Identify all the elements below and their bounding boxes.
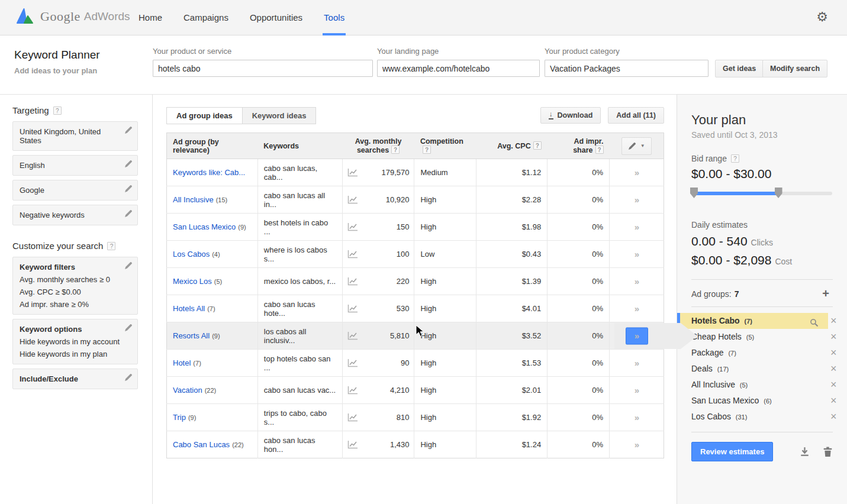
help-icon[interactable]: ?: [731, 154, 739, 163]
adgroup-link[interactable]: Trip: [173, 413, 186, 422]
tab-ad-group-ideas[interactable]: Ad group ideas: [166, 107, 243, 124]
remove-item-icon[interactable]: ×: [830, 345, 837, 361]
help-icon[interactable]: ?: [423, 146, 431, 154]
download-button[interactable]: ↓ Download: [540, 107, 601, 124]
col-ad-group[interactable]: Ad group (by relevance): [167, 133, 258, 159]
plan-ad-group-item[interactable]: Deals (17) ×: [677, 361, 847, 377]
keywords-cell: mexico los cabos, r...: [257, 268, 342, 295]
add-to-plan-button[interactable]: »: [635, 167, 639, 177]
nav-item-home[interactable]: Home: [139, 0, 162, 35]
remove-item-icon[interactable]: ×: [830, 329, 837, 345]
adgroup-link[interactable]: Vacation: [173, 386, 202, 395]
edit-pencil-icon[interactable]: [124, 261, 133, 270]
adgroup-link[interactable]: San Lucas Mexico: [173, 222, 236, 231]
trend-chart-icon[interactable]: [347, 386, 358, 395]
adgroup-link[interactable]: Mexico Los: [173, 277, 212, 286]
targeting-card[interactable]: Negative keywords: [12, 205, 138, 225]
add-to-plan-button[interactable]: »: [635, 412, 639, 422]
adwords-logo[interactable]: Google AdWords: [17, 8, 130, 24]
trend-chart-icon[interactable]: [347, 440, 358, 449]
nav-item-tools[interactable]: Tools: [324, 0, 344, 35]
add-to-plan-button[interactable]: »: [635, 358, 639, 368]
col-avg-cpc[interactable]: Avg. CPC?: [476, 133, 548, 159]
get-ideas-button[interactable]: Get ideas: [715, 60, 764, 77]
remove-item-icon[interactable]: ×: [830, 313, 837, 329]
add-to-plan-button[interactable]: »: [635, 276, 639, 286]
customize-card[interactable]: Include/Exclude: [12, 369, 138, 389]
category-input[interactable]: [545, 60, 708, 77]
targeting-card[interactable]: United Kingdom, United States: [12, 121, 138, 151]
edit-pencil-icon[interactable]: [124, 126, 133, 134]
search-icon[interactable]: [810, 316, 819, 325]
trend-chart-icon[interactable]: [347, 331, 358, 340]
trend-chart-icon[interactable]: [347, 358, 358, 367]
plan-ad-group-item[interactable]: Package (7) ×: [677, 345, 847, 361]
edit-pencil-icon[interactable]: [124, 324, 133, 332]
product-input[interactable]: [153, 60, 373, 77]
trend-chart-icon[interactable]: [347, 168, 358, 177]
customize-card[interactable]: Keyword filters Avg. monthly searches ≥ …: [12, 257, 138, 315]
edit-pencil-icon[interactable]: [124, 185, 133, 193]
col-ad-impr-share[interactable]: Ad impr. share?: [548, 133, 610, 159]
help-icon[interactable]: ?: [53, 106, 62, 115]
remove-item-icon[interactable]: ×: [830, 377, 837, 393]
add-to-plan-button[interactable]: »: [635, 195, 639, 205]
trend-chart-icon[interactable]: [347, 277, 358, 286]
trash-icon[interactable]: [823, 447, 833, 457]
trend-chart-icon[interactable]: [347, 250, 358, 259]
targeting-card[interactable]: English: [12, 155, 138, 176]
adgroup-link[interactable]: Resorts All: [173, 331, 210, 340]
col-avg-monthly-searches[interactable]: Avg. monthly searches?: [342, 133, 414, 159]
targeting-card[interactable]: Google: [12, 180, 138, 201]
add-to-plan-button[interactable]: »: [626, 327, 648, 344]
add-to-plan-button[interactable]: »: [635, 222, 639, 232]
add-all-button[interactable]: Add all (11): [608, 107, 664, 124]
modify-search-button[interactable]: Modify search: [762, 60, 827, 77]
edit-pencil-icon[interactable]: [124, 373, 133, 382]
plan-ad-group-item[interactable]: Los Cabos (31) ×: [677, 409, 847, 425]
trend-chart-icon[interactable]: [347, 413, 358, 422]
edit-pencil-icon[interactable]: [124, 209, 133, 218]
edit-pencil-icon[interactable]: [124, 160, 133, 168]
customize-card[interactable]: Keyword options Hide keywords in my acco…: [12, 319, 138, 364]
plan-ad-group-item[interactable]: Cheap Hotels (5) ×: [677, 329, 847, 345]
help-icon[interactable]: ?: [595, 146, 604, 154]
adgroup-link[interactable]: Keywords like: Cab...: [173, 168, 245, 177]
col-competition[interactable]: Competition?: [414, 133, 476, 159]
add-ad-group-icon[interactable]: +: [819, 287, 833, 301]
col-keywords[interactable]: Keywords: [257, 133, 342, 159]
adgroup-link[interactable]: All Inclusive: [173, 195, 214, 204]
remove-item-icon[interactable]: ×: [830, 361, 837, 377]
add-to-plan-button[interactable]: »: [635, 385, 639, 395]
plan-ad-group-item[interactable]: All Inclusive (5) ×: [677, 377, 847, 393]
edit-columns-button[interactable]: ▼: [621, 137, 652, 155]
plan-ad-group-item[interactable]: San Lucas Mexico (6) ×: [677, 393, 847, 409]
trend-chart-icon[interactable]: [347, 195, 358, 204]
remove-item-icon[interactable]: ×: [830, 393, 837, 409]
adgroup-link[interactable]: Los Cabos: [173, 250, 210, 259]
trend-chart-icon[interactable]: [347, 304, 358, 313]
review-estimates-button[interactable]: Review estimates: [691, 442, 773, 461]
help-icon[interactable]: ?: [107, 242, 115, 250]
nav-item-opportunities[interactable]: Opportunities: [250, 0, 302, 35]
gear-icon[interactable]: ⚙: [816, 9, 828, 25]
nav-item-campaigns[interactable]: Campaigns: [183, 0, 228, 35]
add-to-plan-button[interactable]: »: [635, 303, 639, 314]
add-to-plan-button[interactable]: »: [635, 440, 639, 450]
avg-searches-value: 179,570: [381, 168, 409, 177]
remove-item-icon[interactable]: ×: [830, 409, 837, 425]
slider-handle-max[interactable]: [775, 188, 782, 198]
download-plan-icon[interactable]: [800, 447, 810, 457]
bid-range-slider[interactable]: [691, 192, 832, 195]
adgroup-link[interactable]: Hotels All: [173, 304, 205, 313]
help-icon[interactable]: ?: [533, 141, 542, 150]
adgroup-link[interactable]: Hotel: [173, 358, 191, 367]
landing-page-input[interactable]: [377, 60, 540, 77]
trend-chart-icon[interactable]: [347, 222, 358, 231]
slider-handle-min[interactable]: [690, 188, 698, 198]
add-to-plan-button[interactable]: »: [635, 249, 639, 259]
plan-ad-group-item[interactable]: Hotels Cabo (7) ×: [677, 313, 828, 329]
adgroup-link[interactable]: Cabo San Lucas: [173, 440, 230, 449]
help-icon[interactable]: ?: [391, 146, 400, 154]
tab-keyword-ideas[interactable]: Keyword ideas: [243, 107, 317, 124]
